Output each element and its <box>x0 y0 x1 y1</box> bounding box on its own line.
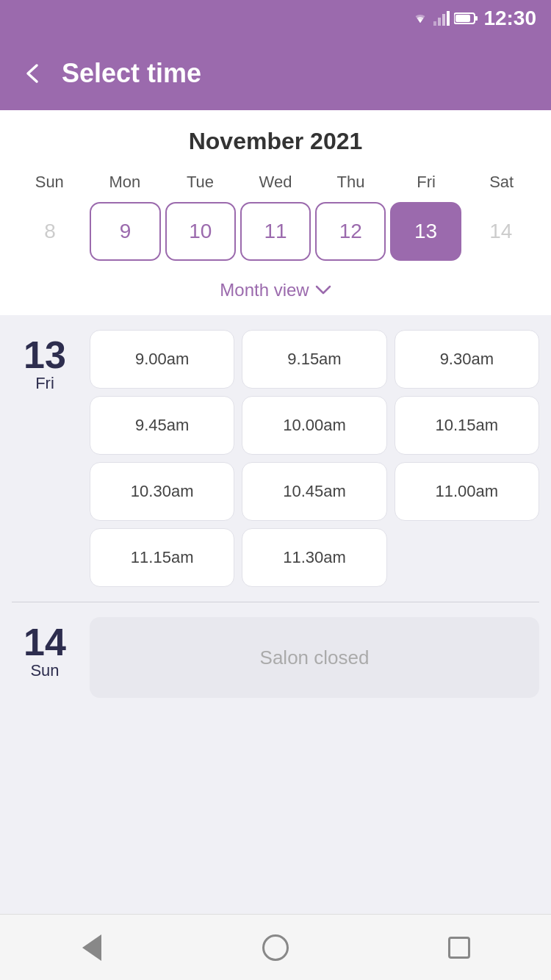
weekday-tue: Tue <box>162 170 238 195</box>
calendar-row: 8 9 10 11 12 13 14 <box>12 202 539 261</box>
slot-915am[interactable]: 9.15am <box>242 330 386 389</box>
nav-back-button[interactable] <box>62 926 121 970</box>
header: Select time <box>0 37 551 110</box>
day-13-name: Fri <box>35 374 54 393</box>
svg-rect-2 <box>442 14 445 26</box>
slot-1015am[interactable]: 10.15am <box>395 396 539 455</box>
day-13-number: 13 <box>24 336 66 374</box>
cal-day-13[interactable]: 13 <box>390 202 461 261</box>
salon-closed-label: Salon closed <box>90 617 539 698</box>
weekday-thu: Thu <box>313 170 389 195</box>
svg-rect-6 <box>455 15 470 22</box>
svg-rect-1 <box>438 18 441 26</box>
slot-1030am[interactable]: 10.30am <box>90 462 234 521</box>
slot-945am[interactable]: 9.45am <box>90 396 234 455</box>
month-view-label: Month view <box>220 280 309 300</box>
month-year-label: November 2021 <box>12 128 539 155</box>
week-days-row: Sun Mon Tue Wed Thu Fri Sat <box>12 170 539 195</box>
nav-back-icon <box>82 934 101 961</box>
nav-bar <box>0 914 551 980</box>
cal-day-12[interactable]: 12 <box>315 202 386 261</box>
weekday-sat: Sat <box>464 170 539 195</box>
day-14-name: Sun <box>30 661 59 680</box>
cal-day-9[interactable]: 9 <box>90 202 160 261</box>
day-14-block: 14 Sun Salon closed <box>12 617 539 698</box>
svg-rect-3 <box>447 11 450 26</box>
slot-1115am[interactable]: 11.15am <box>90 528 234 587</box>
cal-day-10[interactable]: 10 <box>165 202 236 261</box>
day-13-slots-grid: 9.00am 9.15am 9.30am 9.45am 10.00am 10.1… <box>90 330 539 587</box>
day-13-label: 13 Fri <box>12 330 78 587</box>
slot-930am[interactable]: 9.30am <box>395 330 539 389</box>
nav-recent-icon <box>448 937 470 959</box>
cal-day-11[interactable]: 11 <box>240 202 311 261</box>
weekday-mon: Mon <box>87 170 163 195</box>
day-14-number: 14 <box>24 623 66 661</box>
cal-day-14: 14 <box>466 202 536 261</box>
divider <box>12 602 539 602</box>
wifi-icon <box>411 11 429 26</box>
nav-home-button[interactable] <box>246 926 305 970</box>
header-title: Select time <box>62 58 201 89</box>
month-view-button[interactable]: Month view <box>12 270 539 315</box>
nav-home-icon <box>262 934 289 961</box>
back-button[interactable] <box>22 62 44 84</box>
day-13-block: 13 Fri 9.00am 9.15am 9.30am 9.45am 10.00… <box>12 330 539 587</box>
slot-1130am[interactable]: 11.30am <box>242 528 386 587</box>
slot-900am[interactable]: 9.00am <box>90 330 234 389</box>
svg-rect-5 <box>475 16 478 21</box>
nav-recent-button[interactable] <box>430 926 489 970</box>
battery-icon <box>454 12 478 25</box>
weekday-wed: Wed <box>238 170 314 195</box>
weekday-fri: Fri <box>389 170 464 195</box>
day-14-label: 14 Sun <box>12 617 78 698</box>
timeslots-section: 13 Fri 9.00am 9.15am 9.30am 9.45am 10.00… <box>0 315 551 801</box>
slot-1000am[interactable]: 10.00am <box>242 396 386 455</box>
weekday-sun: Sun <box>12 170 87 195</box>
cal-day-8: 8 <box>15 202 85 261</box>
signal-icon <box>433 11 450 26</box>
status-time: 12:30 <box>483 7 536 30</box>
svg-rect-0 <box>433 21 436 26</box>
slot-1100am[interactable]: 11.00am <box>395 462 539 521</box>
slot-1045am[interactable]: 10.45am <box>242 462 386 521</box>
status-icons <box>411 11 478 26</box>
calendar-section: November 2021 Sun Mon Tue Wed Thu Fri Sa… <box>0 110 551 315</box>
chevron-down-icon <box>315 285 331 295</box>
status-bar: 12:30 <box>0 0 551 37</box>
